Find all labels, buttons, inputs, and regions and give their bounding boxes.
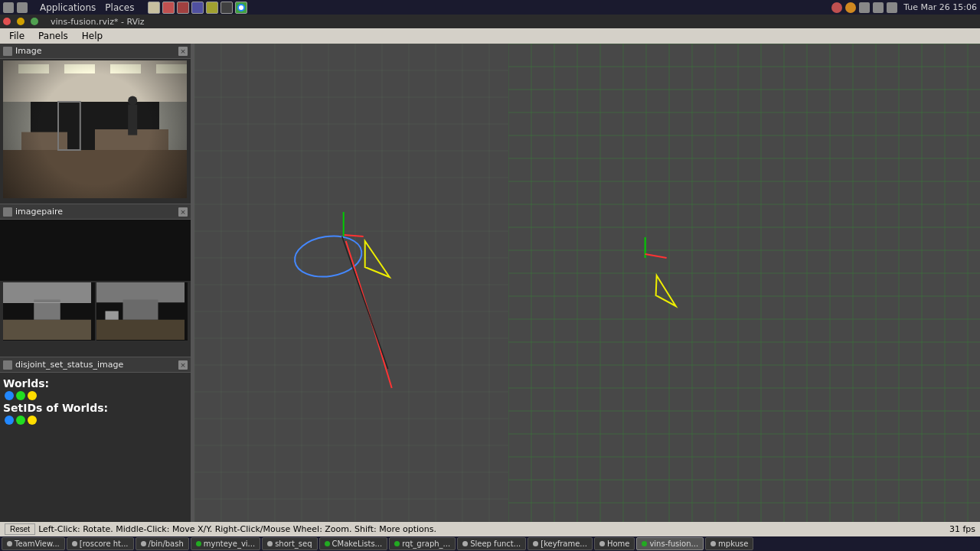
taskbar-label: CMakeLists...	[332, 540, 383, 548]
taskbar-dot	[642, 541, 647, 546]
window-close-btn[interactable]	[3, 18, 11, 25]
taskbar-item[interactable]: [keyframe...	[528, 537, 593, 550]
places-menu[interactable]: Places	[105, 2, 134, 13]
launcher-icon-folder[interactable]	[148, 2, 160, 14]
status-bar: Reset Left-Click: Rotate. Middle-Click: …	[0, 522, 980, 536]
image-panel-title: Image	[15, 46, 41, 56]
tray-icon-network	[859, 2, 870, 13]
pair-image-right	[96, 282, 188, 341]
imagepaire-empty-area	[0, 220, 191, 281]
taskbar-item[interactable]: Sleep funct...	[457, 537, 526, 550]
window-titlebar: vins-fusion.rviz* - RViz	[0, 15, 980, 28]
pair-canvas-right	[96, 282, 185, 340]
3d-view-area[interactable]	[194, 44, 980, 522]
system-clock: Tue Mar 26 15:06	[903, 2, 977, 12]
imagepaire-panel-close[interactable]: ×	[178, 207, 188, 217]
window-title: vins-fusion.rviz* - RViz	[51, 17, 145, 27]
launcher-icon-5[interactable]	[220, 2, 233, 14]
taskbar-label: rqt_graph_...	[402, 540, 450, 548]
launcher-icon-chrome[interactable]	[235, 2, 247, 14]
tray-icon-2	[845, 2, 856, 13]
imagepaire-panel-title: imagepaire	[15, 207, 63, 217]
pair-canvas-left	[3, 282, 91, 340]
image-panel-title-group: Image	[3, 46, 41, 56]
disjoint-panel: disjoint_set_status_image × Worlds: SetI…	[0, 357, 191, 522]
taskbar-dot	[196, 541, 201, 546]
launcher-icon-4[interactable]	[206, 2, 218, 14]
taskbar-dot	[141, 541, 146, 546]
taskbar-dot	[533, 541, 538, 546]
help-menu[interactable]: Help	[76, 29, 109, 43]
left-3d-canvas	[194, 44, 508, 522]
disjoint-panel-title-group: disjoint_set_status_image	[3, 360, 123, 370]
setids-section: SetIDs of Worlds:	[0, 402, 191, 425]
worlds-label: Worlds:	[3, 377, 49, 390]
taskbar-item[interactable]: mynteye_vi...	[191, 537, 260, 550]
taskbar-bottom: TeamView...[roscore ht.../bin/bashmyntey…	[0, 536, 980, 551]
taskbar-dot	[394, 541, 400, 546]
taskbar-item[interactable]: Home	[594, 537, 635, 550]
launcher-icon-3[interactable]	[191, 2, 204, 14]
taskbar-label: [keyframe...	[541, 540, 587, 548]
taskbar-label: short_seq	[275, 540, 312, 548]
taskbar-dot	[72, 541, 77, 546]
setids-dots	[0, 416, 191, 425]
taskbar-label: Sleep funct...	[470, 540, 521, 548]
launcher-icon-1[interactable]	[162, 2, 175, 14]
pair-image-left	[3, 282, 95, 341]
disjoint-panel-close[interactable]: ×	[178, 360, 188, 370]
taskbar-dot	[325, 541, 330, 546]
window-maximize-btn[interactable]	[31, 18, 38, 25]
image-panel: Image ×	[0, 44, 191, 204]
camera-canvas	[3, 60, 187, 198]
system-tray: Tue Mar 26 15:06	[831, 2, 977, 13]
launcher-icon-2[interactable]	[177, 2, 189, 14]
right-3d-view[interactable]	[508, 44, 980, 522]
taskbar-dot	[710, 541, 716, 546]
sys-icon-1	[3, 2, 14, 13]
window-controls: vins-fusion.rviz* - RViz	[3, 17, 977, 27]
setids-dot-yellow	[28, 416, 37, 425]
image-panel-close[interactable]: ×	[178, 47, 188, 56]
system-taskbar: Applications Places Tue Mar 26 15:06	[0, 0, 980, 15]
imagepaire-panel-header: imagepaire ×	[0, 204, 191, 220]
taskbar-label: /bin/bash	[149, 540, 184, 548]
setids-dot-blue	[5, 416, 14, 425]
fps-display: 31 fps	[949, 524, 975, 534]
taskbar-item[interactable]: TeamView...	[2, 537, 65, 550]
taskbar-dot	[7, 541, 12, 546]
system-menu: Applications Places	[3, 2, 247, 14]
taskbar-dot	[462, 541, 468, 546]
image-panel-icon	[3, 47, 12, 56]
taskbar-label: TeamView...	[15, 540, 60, 548]
worlds-section: Worlds:	[0, 373, 191, 402]
window-minimize-btn[interactable]	[17, 18, 24, 25]
left-3d-view[interactable]	[194, 44, 508, 522]
file-menu[interactable]: File	[3, 29, 31, 43]
reset-button[interactable]: Reset	[5, 523, 35, 535]
taskbar-item[interactable]: CMakeLists...	[319, 537, 388, 550]
tray-icon-power	[887, 2, 897, 13]
taskbar-item[interactable]: rqt_graph_...	[389, 537, 456, 550]
tray-icon-volume	[873, 2, 884, 13]
imagepaire-panel: imagepaire ×	[0, 204, 191, 357]
disjoint-panel-title: disjoint_set_status_image	[15, 360, 123, 370]
tray-icon-1	[831, 2, 842, 13]
disjoint-panel-icon	[3, 360, 12, 370]
taskbar-item[interactable]: vins-fusion...	[636, 537, 704, 550]
taskbar-item[interactable]: /bin/bash	[136, 537, 189, 550]
disjoint-panel-header: disjoint_set_status_image ×	[0, 357, 191, 373]
taskbar-label: vins-fusion...	[649, 540, 698, 548]
setids-label: SetIDs of Worlds:	[0, 399, 111, 416]
taskbar-item[interactable]: [roscore ht...	[67, 537, 134, 550]
applications-menu[interactable]: Applications	[40, 2, 96, 13]
taskbar-item[interactable]: short_seq	[262, 537, 317, 550]
taskbar-item[interactable]: mpkuse	[705, 537, 753, 550]
panels-menu[interactable]: Panels	[32, 29, 74, 43]
taskbar-label: Home	[607, 540, 630, 548]
taskbar-label: mpkuse	[718, 540, 748, 548]
rviz-menu-bar: File Panels Help	[0, 28, 980, 44]
sys-icon-2	[17, 2, 28, 13]
setids-dot-green	[16, 416, 25, 425]
status-hint: Left-Click: Rotate. Middle-Click: Move X…	[38, 524, 436, 534]
